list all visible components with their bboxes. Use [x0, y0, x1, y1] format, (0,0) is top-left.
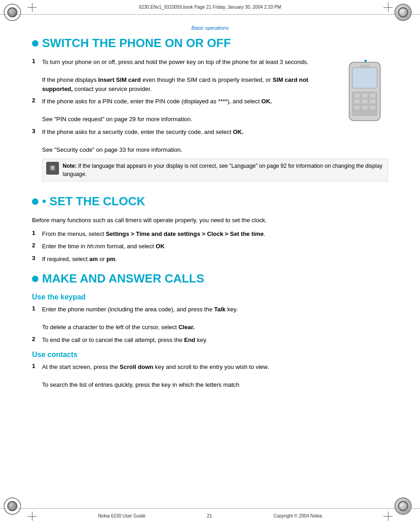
bottom-left-text: Nokia 6230 User Guide	[98, 513, 145, 518]
svg-rect-5	[369, 93, 376, 98]
svg-rect-16	[51, 169, 54, 170]
keypad-item-1-content: Enter the phone number (including the ar…	[42, 305, 388, 332]
switch-item-3-text: If the phone asks for a security code, e…	[42, 128, 244, 135]
clock-item-2-text: Enter the time in hh:mm format, and sele…	[42, 243, 165, 250]
note-icon	[46, 162, 59, 175]
contacts-subheading: Use contacts	[32, 351, 388, 359]
corner-tr	[394, 4, 416, 26]
phone-image	[342, 58, 388, 128]
keypad-subheading: Use the keypad	[32, 293, 388, 301]
svg-rect-10	[362, 105, 368, 110]
top-bar-text: 6230.ENv1_9310059.book Page 21 Friday, J…	[139, 5, 281, 10]
bullet-clock	[32, 198, 38, 205]
svg-rect-14	[49, 165, 56, 171]
switch-item-2-content: If the phone asks for a PIN code, enter …	[42, 97, 335, 124]
calls-heading-text: MAKE AND ANSWER CALLS	[42, 272, 204, 286]
clock-heading-text: • SET THE CLOCK	[42, 194, 145, 208]
clock-item-2-content: Enter the time in hh:mm format, and sele…	[42, 242, 388, 251]
svg-rect-15	[51, 167, 54, 168]
bottom-bar: Nokia 6230 User Guide 21 Copyright © 200…	[0, 508, 420, 523]
bottom-right-text: Copyright © 2004 Nokia	[273, 513, 322, 518]
main-content: Basic operations SWITCH THE PHONE ON OR …	[32, 18, 388, 390]
phone-svg	[342, 58, 388, 126]
crosshair-top-right	[383, 3, 393, 12]
bullet-switch	[32, 40, 38, 47]
switch-item-3-content: If the phone asks for a security code, e…	[42, 128, 335, 155]
contacts-num-1: 1	[32, 363, 38, 390]
switch-section: SWITCH THE PHONE ON OR OFF	[32, 36, 388, 186]
switch-item-3-text2: See "Security code" on page 33 for more …	[42, 146, 182, 153]
svg-rect-17	[51, 166, 54, 167]
keypad-item-1-text: Enter the phone number (including the ar…	[42, 306, 238, 313]
clock-item-3: 3 If required, select am or pm.	[32, 255, 388, 264]
keypad-item-2-text: To end the call or to cancel the call at…	[42, 336, 207, 343]
switch-item-2: 2 If the phone asks for a PIN code, ente…	[32, 97, 335, 124]
clock-item-1-text: From the menus, select Settings > Time a…	[42, 230, 266, 237]
clock-item-1-content: From the menus, select Settings > Time a…	[42, 229, 388, 239]
switch-item-1-text2: If the phone displays Insert SIM card ev…	[42, 76, 308, 92]
svg-rect-6	[354, 99, 360, 104]
calls-heading: MAKE AND ANSWER CALLS	[32, 272, 388, 286]
num-2: 2	[32, 97, 38, 124]
svg-rect-7	[362, 99, 368, 104]
clock-intro: Before many functions such as call timer…	[32, 216, 388, 225]
keypad-item-2: 2 To end the call or to cancel the call …	[32, 336, 388, 345]
calls-section: MAKE AND ANSWER CALLS Use the keypad 1 E…	[32, 272, 388, 390]
switch-item-2-text2: See "PIN code request" on page 29 for mo…	[42, 116, 192, 123]
keypad-item-1: 1 Enter the phone number (including the …	[32, 305, 388, 332]
note-box: Note: If the language that appears in yo…	[42, 159, 388, 181]
switch-item-1: 1 To turn your phone on or off, press an…	[32, 58, 335, 93]
svg-rect-8	[369, 99, 376, 104]
contacts-item-1-content: At the start screen, press the Scroll do…	[42, 363, 388, 390]
clock-num-1: 1	[32, 229, 38, 239]
switch-heading-text: SWITCH THE PHONE ON OR OFF	[42, 36, 231, 50]
crosshair-bottom-right	[383, 512, 393, 521]
bullet-calls	[32, 276, 38, 282]
keypad-item-2-content: To end the call or to cancel the call at…	[42, 336, 388, 345]
clock-item-3-text: If required, select am or pm.	[42, 256, 117, 262]
clock-section: • SET THE CLOCK Before many functions su…	[32, 194, 388, 263]
switch-item-2-text: If the phone asks for a PIN code, enter …	[42, 98, 272, 105]
switch-heading: SWITCH THE PHONE ON OR OFF	[32, 36, 388, 50]
svg-rect-9	[354, 105, 360, 110]
num-1: 1	[32, 58, 38, 93]
svg-rect-1	[352, 68, 377, 88]
clock-heading: • SET THE CLOCK	[32, 194, 388, 208]
clock-item-2: 2 Enter the time in hh:mm format, and se…	[32, 242, 388, 251]
top-bar: 6230.ENv1_9310059.book Page 21 Friday, J…	[0, 0, 420, 15]
clock-item-3-content: If required, select am or pm.	[42, 255, 388, 264]
keypad-item-1-text2: To delete a character to the left of the…	[42, 324, 195, 331]
contacts-item-1-text2: To search the list of entries quickly, p…	[42, 381, 239, 388]
svg-rect-3	[354, 93, 360, 98]
contacts-item-1: 1 At the start screen, press the Scroll …	[32, 363, 388, 390]
clock-item-1: 1 From the menus, select Settings > Time…	[32, 229, 388, 239]
num-3: 3	[32, 128, 38, 155]
svg-rect-13	[360, 65, 370, 67]
crosshair-bottom-left	[27, 512, 37, 521]
svg-rect-4	[362, 93, 368, 98]
clock-num-2: 2	[32, 242, 38, 251]
switch-item-1-text: To turn your phone on or off, press and …	[42, 59, 308, 65]
switch-item-3: 3 If the phone asks for a security code,…	[32, 128, 335, 155]
bottom-center-text: 21	[207, 513, 212, 518]
crosshair-top-left	[27, 3, 37, 12]
corner-tl	[4, 4, 26, 26]
clock-num-3: 3	[32, 255, 38, 264]
note-text: Note: If the language that appears in yo…	[63, 162, 384, 178]
contacts-item-1-text: At the start screen, press the Scroll do…	[42, 363, 269, 370]
svg-rect-11	[369, 105, 376, 110]
keypad-num-2: 2	[32, 336, 38, 345]
switch-item-1-content: To turn your phone on or off, press and …	[42, 58, 335, 93]
section-label: Basic operations	[32, 25, 388, 31]
keypad-num-1: 1	[32, 305, 38, 332]
